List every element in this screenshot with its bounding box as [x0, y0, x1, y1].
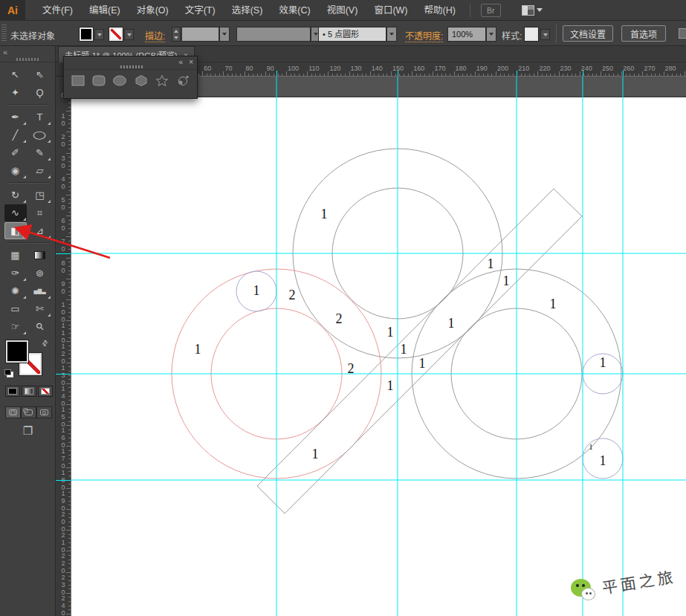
fill-color-chip[interactable]: [6, 340, 28, 363]
type-tool[interactable]: T: [29, 108, 51, 126]
vertical-ruler[interactable]: 0102030405060708090100110120130140150160…: [56, 77, 71, 616]
flare-icon[interactable]: [175, 74, 190, 90]
collapse-panel-icon[interactable]: «: [179, 58, 184, 66]
line-segment-tool[interactable]: ╱: [4, 126, 27, 143]
opacity-field[interactable]: 100%: [447, 27, 486, 42]
close-panel-icon[interactable]: ×: [189, 58, 193, 66]
canvas-label-7: 1: [387, 325, 394, 340]
brush-definition-dropdown[interactable]: [386, 27, 397, 42]
tools-panel: « ↖⇖✦Ϙ✒T╱◯✐✎◉▱↻◳∿⌗◧⊿▦✑⊚✺▅▇▃▭✄☞⚲ ⇄ ❐: [0, 46, 56, 616]
column-graph-tool[interactable]: ▅▇▃: [29, 282, 51, 299]
opacity-panel-link[interactable]: 不透明度:: [405, 29, 443, 42]
perspective-grid-tool[interactable]: ⊿: [29, 222, 51, 239]
stroke-color-dropdown[interactable]: [124, 29, 134, 40]
canvas-label-10: 1: [387, 378, 394, 393]
menu-item-6[interactable]: 视图(V): [319, 0, 366, 21]
style-swatch[interactable]: [525, 27, 538, 41]
style-dropdown[interactable]: [540, 29, 550, 40]
document-setup-button[interactable]: 文档设置: [563, 25, 613, 42]
gradient-tool[interactable]: [29, 247, 51, 264]
pen-tool[interactable]: ✒: [4, 108, 27, 126]
workspace-switcher[interactable]: [522, 5, 543, 16]
menu-item-4[interactable]: 选择(S): [224, 0, 271, 21]
zoom-tool[interactable]: ⚲: [29, 318, 51, 335]
column-graph-tool-icon: ▅▇▃: [33, 288, 45, 294]
line-segment-tool-icon: ╱: [13, 129, 19, 140]
slice-tool[interactable]: ✄: [29, 300, 51, 317]
draw-normal-button[interactable]: [5, 406, 21, 418]
stroke-weight-dropdown[interactable]: [219, 27, 230, 42]
pencil-tool[interactable]: ✎: [29, 144, 51, 161]
menu-item-1[interactable]: 编辑(E): [81, 0, 129, 21]
menu-item-3[interactable]: 文字(T): [177, 0, 224, 21]
blob-brush-tool[interactable]: ◉: [4, 162, 27, 179]
rectangle-icon[interactable]: [71, 74, 85, 90]
ellipse-tool[interactable]: ◯: [29, 126, 51, 143]
direct-selection-tool[interactable]: ⇖: [29, 66, 51, 83]
draw-inside-button[interactable]: [36, 406, 52, 418]
scale-tool[interactable]: ◳: [29, 187, 51, 204]
tool-group-separator: [7, 104, 49, 106]
selection-tool[interactable]: ↖: [4, 66, 27, 83]
star-icon[interactable]: [155, 74, 169, 90]
stroke-weight-stepper[interactable]: [172, 27, 181, 42]
bridge-button[interactable]: Br: [481, 4, 501, 17]
width-profile-field[interactable]: [236, 27, 311, 42]
panel-toggle-icon[interactable]: [679, 28, 686, 39]
stroke-color-swatch[interactable]: [109, 27, 123, 41]
menu-bar: Ai 文件(F)编辑(E)对象(O)文字(T)选择(S)效果(C)视图(V)窗口…: [0, 0, 686, 21]
shape-tools-panel: « ×: [63, 56, 198, 99]
live-paint-bucket-tool[interactable]: ◧: [4, 222, 27, 239]
stroke-weight-field[interactable]: [181, 27, 219, 42]
preferences-button[interactable]: 首选项: [621, 25, 666, 42]
fill-color-swatch[interactable]: [80, 27, 93, 41]
artboard-tool[interactable]: ▭: [4, 300, 27, 317]
stroke-panel-link[interactable]: 描边:: [145, 29, 165, 42]
menu-item-7[interactable]: 窗口(W): [366, 0, 415, 21]
ellipse-icon[interactable]: [112, 74, 127, 90]
color-controls: ⇄ ❐: [0, 338, 55, 450]
mesh-tool[interactable]: ▦: [4, 247, 27, 264]
symbol-sprayer-tool[interactable]: ✺: [4, 282, 27, 299]
free-transform-tool[interactable]: ⌗: [29, 204, 51, 221]
canvas-drawing[interactable]: 122211111111111111: [71, 77, 686, 616]
artboard-canvas[interactable]: 122211111111111111 平面之旅: [71, 77, 686, 616]
lasso-tool[interactable]: Ϙ: [29, 84, 51, 101]
none-mode-button[interactable]: [38, 386, 53, 397]
color-mode-button[interactable]: [5, 386, 20, 397]
shape-panel-header[interactable]: « ×: [64, 56, 197, 70]
menu-item-8[interactable]: 帮助(H): [416, 0, 464, 21]
type-tool-icon: T: [37, 111, 43, 123]
hand-tool[interactable]: ☞: [4, 318, 27, 335]
menu-item-2[interactable]: 对象(O): [129, 0, 177, 21]
tools-panel-grip[interactable]: [16, 58, 39, 61]
magic-wand-tool[interactable]: ✦: [4, 84, 27, 101]
draw-behind-button[interactable]: [21, 406, 36, 418]
rounded-rectangle-icon[interactable]: [91, 74, 106, 90]
menu-item-5[interactable]: 效果(C): [271, 0, 318, 21]
blend-tool[interactable]: ⊚: [29, 265, 51, 282]
fill-color-dropdown[interactable]: [94, 29, 104, 40]
width-tool[interactable]: ∿: [4, 204, 27, 221]
selection-status: 未选择对象: [10, 29, 55, 42]
menu-item-0[interactable]: 文件(F): [34, 0, 81, 21]
control-bar: 未选择对象 描边: • 5 点圆形 不透明度: 100% 样式: 文档设置 首选…: [0, 21, 686, 46]
swap-fill-stroke-icon[interactable]: ⇄: [39, 338, 50, 348]
control-bar-grip[interactable]: [1, 25, 7, 42]
brush-definition-field[interactable]: • 5 点圆形: [318, 27, 386, 42]
lasso-tool-icon: Ϙ: [36, 87, 43, 98]
watermark: 平面之旅: [571, 573, 686, 616]
paintbrush-tool[interactable]: ✐: [4, 144, 27, 161]
gradient-mode-button[interactable]: [22, 386, 36, 397]
control-bar-separator: [556, 24, 557, 43]
collapse-panel-icon[interactable]: «: [3, 48, 7, 56]
shape-panel-grip[interactable]: [120, 65, 143, 68]
default-fill-stroke-icon[interactable]: [4, 369, 13, 377]
opacity-dropdown[interactable]: [486, 27, 496, 42]
eyedropper-tool[interactable]: ✑: [4, 265, 27, 282]
rotate-tool[interactable]: ↻: [4, 187, 27, 204]
canvas-label-6: 1: [312, 447, 319, 461]
eraser-tool[interactable]: ▱: [29, 162, 51, 179]
polygon-icon[interactable]: [134, 74, 149, 90]
screen-mode-button[interactable]: ❐: [0, 424, 56, 438]
